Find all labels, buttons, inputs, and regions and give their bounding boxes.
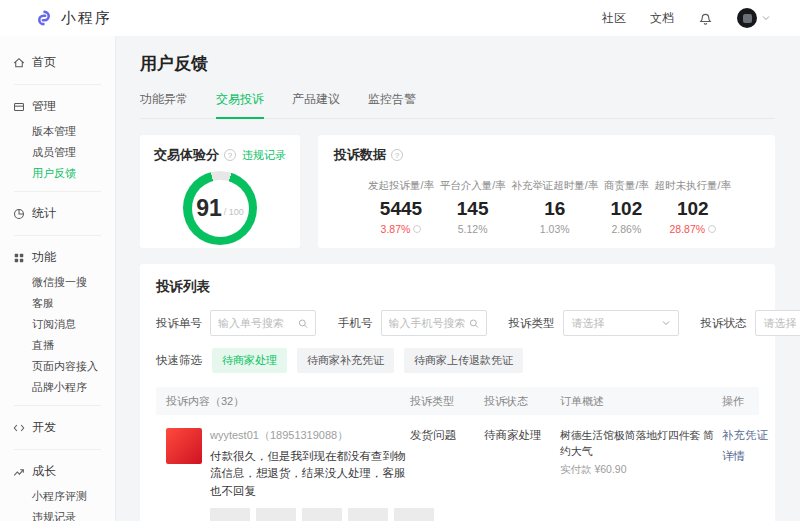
complaint-text: 付款很久，但是我到现在都没有查到物流信息，想退货，结果没人处理，客服也不回复 (210, 448, 406, 500)
violation-records-link[interactable]: 违规记录 (242, 148, 286, 163)
sidebar-item-violation-records[interactable]: 违规记录 (0, 507, 115, 521)
image-placeholder[interactable] (256, 508, 296, 521)
grid-icon (13, 252, 25, 264)
sidebar-item-subscribe-message[interactable]: 订阅消息 (0, 314, 115, 335)
quick-filter-label: 快速筛选 (156, 353, 202, 368)
account-menu[interactable] (737, 8, 770, 28)
score-gauge: 91 / 100 (183, 171, 257, 245)
pie-chart-icon (13, 208, 25, 220)
home-icon (13, 57, 25, 69)
sidebar: 首页 管理 版本管理 成员管理 用户反馈 统计 功能 微信搜一搜 客服 (0, 36, 116, 521)
divider (14, 191, 101, 192)
sidebar-item-member-manage[interactable]: 成员管理 (0, 142, 115, 163)
phone-label: 手机号 (338, 316, 373, 331)
sidebar-item-wechat-search[interactable]: 微信搜一搜 (0, 272, 115, 293)
divider (14, 449, 101, 450)
sidebar-item-home[interactable]: 首页 (0, 48, 115, 77)
image-placeholder[interactable] (348, 508, 388, 521)
chevron-down-icon (762, 15, 770, 21)
score-card-title: 交易体验分 (154, 146, 219, 164)
filter-bar: 投诉单号 手机号 投诉类型 请选择 (156, 310, 759, 336)
score-max: / 100 (224, 207, 244, 217)
miniprogram-logo-icon (34, 8, 54, 28)
complaint-type: 发货问题 (410, 428, 480, 521)
list-title: 投诉列表 (156, 278, 759, 296)
help-icon[interactable]: ? (391, 149, 403, 161)
tab-product-suggestion[interactable]: 产品建议 (292, 91, 340, 118)
quick-tag-pending-refund-proof[interactable]: 待商家上传退款凭证 (404, 348, 523, 373)
complaint-status-label: 投诉状态 (701, 316, 747, 331)
phone-input-wrap (381, 310, 487, 336)
sidebar-item-brand-miniprogram[interactable]: 品牌小程序 (0, 377, 115, 398)
top-bar: 小程序 社区 文档 (0, 0, 800, 36)
metric-complaints-initiated: 发起投诉量/率 5445 3.87% (368, 179, 434, 235)
complaint-type-select[interactable]: 请选择 (563, 310, 679, 336)
nav-docs[interactable]: 文档 (650, 10, 674, 27)
order-no-input-wrap (210, 310, 316, 336)
avatar (166, 428, 202, 464)
rate-info-icon[interactable] (413, 225, 421, 233)
avatar (737, 8, 757, 28)
sidebar-item-customer-service[interactable]: 客服 (0, 293, 115, 314)
code-icon (13, 422, 25, 434)
page-title: 用户反馈 (140, 52, 775, 75)
divider (14, 405, 101, 406)
divider (14, 84, 101, 85)
sidebar-item-page-content[interactable]: 页面内容接入 (0, 356, 115, 377)
search-icon (469, 318, 479, 329)
table-header: 投诉内容（32） 投诉类型 投诉状态 订单概述 操作 (156, 387, 759, 415)
experience-score-card: 交易体验分 ? 违规记录 91 / 100 (140, 135, 300, 248)
detail-link[interactable]: 详情 (722, 449, 768, 464)
score-value: 91 (196, 195, 222, 222)
complaint-list-card: 投诉列表 投诉单号 手机号 投诉类型 (140, 264, 775, 521)
quick-tag-pending-merchant[interactable]: 待商家处理 (212, 348, 287, 373)
metric-evidence-timeout: 补充举证超时量/率 16 1.03% (511, 179, 598, 235)
evidence-images (210, 508, 434, 521)
feedback-tabs: 功能异常 交易投诉 产品建议 监控告警 (140, 91, 775, 119)
complaint-type-label: 投诉类型 (509, 316, 555, 331)
notification-bell-icon[interactable] (698, 11, 713, 26)
metrics-card-title: 投诉数据 (334, 146, 386, 164)
image-placeholder[interactable] (210, 508, 250, 521)
sidebar-item-live[interactable]: 直播 (0, 335, 115, 356)
app-name: 小程序 (61, 9, 112, 28)
nav-community[interactable]: 社区 (602, 10, 626, 27)
table-row: wyytest01（18951319088） 付款很久，但是我到现在都没有查到物… (156, 415, 759, 521)
sidebar-item-statistics[interactable]: 统计 (0, 199, 115, 228)
sidebar-item-develop[interactable]: 开发 (0, 413, 115, 442)
order-no-label: 投诉单号 (156, 316, 202, 331)
tab-function-error[interactable]: 功能异常 (140, 91, 188, 118)
tab-transaction-complaint[interactable]: 交易投诉 (216, 91, 264, 119)
complaint-status-select[interactable]: 请选择 (755, 310, 800, 336)
sidebar-item-version-manage[interactable]: 版本管理 (0, 121, 115, 142)
order-title: 树德生活馆极简落地灯四件套 简约大气 (560, 428, 718, 459)
quick-filter-bar: 快速筛选 待商家处理 待商家补充凭证 待商家上传退款凭证 (156, 348, 759, 373)
folder-icon (13, 101, 25, 113)
metric-platform-intervention: 平台介入量/率 145 5.12% (440, 179, 506, 235)
order-no-input[interactable] (218, 317, 298, 329)
sidebar-item-user-feedback[interactable]: 用户反馈 (0, 163, 115, 184)
help-icon[interactable]: ? (224, 149, 236, 161)
supplement-evidence-link[interactable]: 补充凭证 (722, 428, 768, 443)
rate-info-icon[interactable] (708, 225, 716, 233)
metric-merchant-responsibility: 商责量/率 102 2.86% (604, 179, 649, 235)
metric-overdue-unexecuted: 超时未执行量/率 102 28.87% (655, 179, 731, 235)
tab-monitor-alert[interactable]: 监控告警 (368, 91, 416, 118)
sidebar-item-features[interactable]: 功能 (0, 243, 115, 272)
image-placeholder[interactable] (302, 508, 342, 521)
divider (14, 235, 101, 236)
sidebar-item-growth[interactable]: 成长 (0, 457, 115, 486)
complaint-status: 待商家处理 (484, 428, 556, 521)
sidebar-item-miniprogram-evaluation[interactable]: 小程序评测 (0, 486, 115, 507)
complainant-name: wyytest01（18951319088） (210, 428, 434, 443)
phone-input[interactable] (389, 317, 469, 329)
complaint-data-card: 投诉数据 ? 发起投诉量/率 5445 3.87% 平台介入量/率 145 5.… (318, 135, 775, 248)
app-logo[interactable]: 小程序 (34, 8, 112, 28)
quick-tag-pending-evidence[interactable]: 待商家补充凭证 (297, 348, 394, 373)
growth-icon (13, 466, 25, 478)
main-content: 用户反馈 功能异常 交易投诉 产品建议 监控告警 交易体验分 ? 违规记录 91… (116, 36, 800, 521)
chevron-down-icon (662, 320, 670, 326)
sidebar-item-manage[interactable]: 管理 (0, 92, 115, 121)
search-icon (298, 318, 308, 329)
order-price: 实付款 ¥60.90 (560, 463, 718, 477)
